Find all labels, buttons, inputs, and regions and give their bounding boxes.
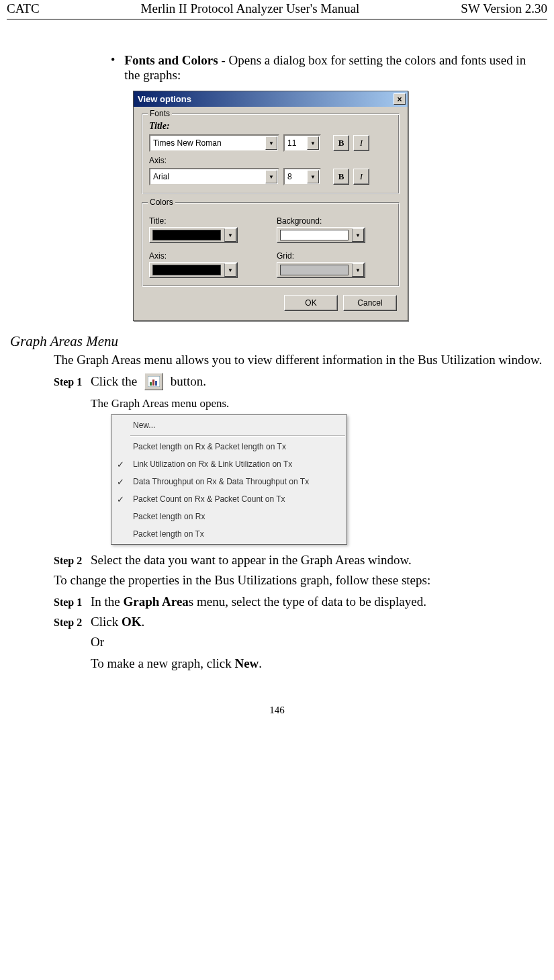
change-intro: To change the properties in the Bus Util… <box>10 573 544 588</box>
chevron-down-icon: ▼ <box>224 228 236 242</box>
axis-bold-button[interactable]: B <box>333 169 349 185</box>
step-b1-label: Step 1 <box>54 594 91 609</box>
fonts-groupbox-label: Fonts <box>148 109 172 118</box>
background-color-select[interactable]: ▼ <box>277 227 365 243</box>
menu-item-label: Link Utilization on Rx & Link Utilizatio… <box>129 459 292 469</box>
chevron-down-icon: ▼ <box>307 170 319 183</box>
colors-groupbox: Colors Title: ▼ Background: <box>142 202 400 287</box>
step-b2-label: Step 2 <box>54 615 91 629</box>
axis-color-select[interactable]: ▼ <box>149 262 238 278</box>
axis-color-swatch <box>152 265 221 275</box>
page-header: CATC Merlin II Protocol Analyzer User's … <box>7 0 547 17</box>
menu-item[interactable]: Packet length on Tx <box>111 525 347 543</box>
color-axis-label: Axis: <box>149 251 265 261</box>
menu-item-label: New... <box>129 420 155 430</box>
menu-item-label: Packet length on Rx <box>129 512 205 521</box>
ok-button[interactable]: OK <box>284 295 338 311</box>
step-b1: Step 1 In the Graph Areas menu, select t… <box>54 594 544 609</box>
axis-size-select[interactable]: 8 ▼ <box>283 168 321 185</box>
axis-font-value: Arial <box>150 172 265 181</box>
chevron-down-icon: ▼ <box>352 228 364 242</box>
color-grid-label: Grid: <box>277 251 392 261</box>
menu-item-label: Packet Count on Rx & Packet Count on Tx <box>129 494 285 504</box>
bullet-fonts-colors: • Fonts and Colors - Opens a dialog box … <box>10 53 544 83</box>
header-left: CATC <box>7 1 40 16</box>
chevron-down-icon: ▼ <box>352 263 364 277</box>
header-center: Merlin II Protocol Analyzer User's Manua… <box>141 1 360 16</box>
fonts-groupbox: Fonts Title: Times New Roman ▼ 11 ▼ B <box>142 114 400 194</box>
color-title-label: Title: <box>149 216 265 226</box>
grid-color-swatch <box>280 265 349 275</box>
title-size-value: 11 <box>285 138 306 148</box>
dialog-title: View options <box>138 94 191 104</box>
chevron-down-icon: ▼ <box>224 263 236 277</box>
chevron-down-icon: ▼ <box>265 170 277 183</box>
bullet-dot: • <box>111 53 115 83</box>
bullet-text: Fonts and Colors - Opens a dialog box fo… <box>124 53 544 83</box>
title-color-swatch <box>152 230 221 240</box>
new-graph-text: To make a new graph, click New. <box>10 656 544 671</box>
menu-item[interactable]: New... <box>111 416 347 434</box>
color-background-label: Background: <box>277 216 392 226</box>
header-rule <box>7 19 547 19</box>
step-2-label: Step 2 <box>54 553 91 567</box>
graph-areas-toolbar-button[interactable] <box>144 373 163 390</box>
view-options-dialog: View options × Fonts Title: Times New Ro… <box>133 91 408 321</box>
step-b2-body: Click OK. <box>91 615 544 629</box>
svg-rect-2 <box>152 380 154 386</box>
title-font-value: Times New Roman <box>150 138 265 148</box>
step-1-caption: The Graph Areas menu opens. <box>91 397 544 410</box>
dialog-titlebar[interactable]: View options × <box>134 91 408 107</box>
menu-separator <box>130 435 345 437</box>
colors-groupbox-label: Colors <box>148 197 175 207</box>
title-font-label: Title: <box>149 121 392 132</box>
step-1-label: Step 1 <box>54 374 91 388</box>
menu-item[interactable]: ✓Link Utilization on Rx & Link Utilizati… <box>111 455 347 473</box>
step-1-body: Click the button. <box>91 374 544 392</box>
menu-item-label: Packet length on Tx <box>129 529 204 539</box>
graph-areas-menu: New...Packet length on Rx & Packet lengt… <box>111 414 347 545</box>
title-bold-button[interactable]: B <box>333 135 349 151</box>
bullet-bold: Fonts and Colors <box>124 53 218 67</box>
menu-item-label: Data Throughput on Rx & Data Throughput … <box>129 477 309 486</box>
or-text: Or <box>10 635 544 650</box>
axis-italic-button[interactable]: I <box>353 169 369 185</box>
axis-font-select[interactable]: Arial ▼ <box>149 168 279 185</box>
check-icon: ✓ <box>111 477 129 487</box>
close-button[interactable]: × <box>394 93 406 105</box>
close-icon: × <box>397 95 402 104</box>
title-italic-button[interactable]: I <box>353 135 369 151</box>
menu-item[interactable]: Packet length on Rx <box>111 508 347 525</box>
chevron-down-icon: ▼ <box>307 136 319 150</box>
step-b2: Step 2 Click OK. <box>54 615 544 629</box>
step-b1-body: In the Graph Areas menu, select the type… <box>91 594 544 609</box>
grid-color-select[interactable]: ▼ <box>277 262 365 278</box>
menu-item-label: Packet length on Rx & Packet length on T… <box>129 442 286 451</box>
background-color-swatch <box>280 230 349 240</box>
title-size-select[interactable]: 11 ▼ <box>283 134 321 152</box>
svg-rect-1 <box>150 382 152 386</box>
menu-item[interactable]: ✓Packet Count on Rx & Packet Count on Tx <box>111 490 347 508</box>
step-2: Step 2 Select the data you want to appea… <box>54 553 544 568</box>
axis-size-value: 8 <box>285 172 306 181</box>
section-intro: The Graph Areas menu allows you to view … <box>10 353 544 367</box>
step-2-body: Select the data you want to appear in th… <box>91 553 544 568</box>
step-1: Step 1 Click the button. <box>54 374 544 392</box>
chevron-down-icon: ▼ <box>265 136 277 150</box>
bar-chart-icon <box>148 376 160 387</box>
cancel-button[interactable]: Cancel <box>343 295 397 311</box>
title-color-select[interactable]: ▼ <box>149 227 238 243</box>
title-font-select[interactable]: Times New Roman ▼ <box>149 134 279 152</box>
menu-item[interactable]: ✓Data Throughput on Rx & Data Throughput… <box>111 473 347 490</box>
page-number: 146 <box>7 705 547 716</box>
menu-item[interactable]: Packet length on Rx & Packet length on T… <box>111 438 347 455</box>
header-right: SW Version 2.30 <box>461 1 547 16</box>
check-icon: ✓ <box>111 459 129 470</box>
axis-font-label: Axis: <box>149 156 392 165</box>
svg-rect-3 <box>155 381 157 386</box>
section-heading: Graph Areas Menu <box>10 333 544 350</box>
check-icon: ✓ <box>111 494 129 504</box>
